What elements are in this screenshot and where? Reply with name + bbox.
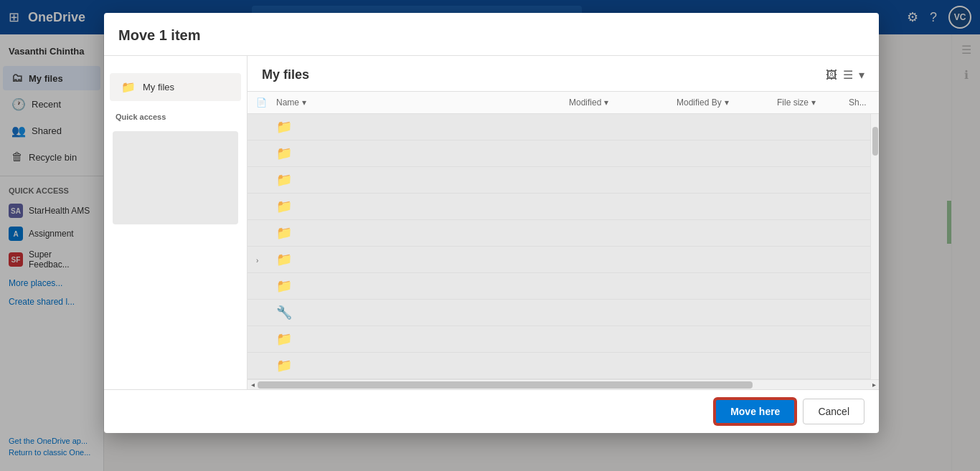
row-icon-7: 📁 [276,278,296,294]
header-modified-by-label: Modified By [677,97,722,108]
modal-right-panel: My files 🖼 ☰ ▾ 📄 Name ▾ [248,56,879,389]
row-icon-9: 📁 [276,331,296,347]
file-list-header: 📄 Name ▾ Modified ▾ Modified By ▾ [248,92,879,114]
row-check-6: › [256,253,276,266]
header-modified-by[interactable]: Modified By ▾ [677,97,777,108]
move-here-button[interactable]: Move here [715,399,796,424]
hscroll-left-arrow[interactable]: ◂ [248,380,258,389]
table-row[interactable]: 📁 [248,167,870,194]
header-file-size-label: File size [777,97,809,108]
row-icon-10: 📁 [276,358,296,374]
header-sharing: Sh... [849,97,870,108]
header-file-size-sort-icon: ▾ [811,97,816,108]
header-name-label: Name [276,97,299,108]
modal-quick-access-title: Quick access [104,104,247,125]
row-icon-3: 📁 [276,172,296,188]
hscroll-right-arrow[interactable]: ▸ [869,380,879,389]
folder-icon: 📁 [276,279,292,293]
view-toggle-icon[interactable]: 🖼 [826,69,837,82]
scroll-top-arrow [871,114,879,120]
row-icon-2: 📁 [276,146,296,161]
hscroll-track [258,380,869,389]
header-file-size[interactable]: File size ▾ [777,97,849,108]
header-name[interactable]: Name ▾ [276,97,569,108]
chevron-down-icon[interactable]: ▾ [859,68,864,82]
modal-title: Move 1 item [104,13,879,56]
folder-icon: 📁 [276,146,292,161]
modal-quick-access-placeholder [113,131,238,224]
row-icon-4: 📁 [276,199,296,214]
header-sharing-label: Sh... [849,97,867,108]
modal-left-panel: 📁 My files Quick access [104,56,248,389]
table-row[interactable]: 📁 [248,220,870,247]
row-icon-6: 📁 [276,252,296,267]
modal-layout: 📁 My files Quick access My files 🖼 ☰ ▾ [104,56,879,389]
file-icon-header: 📄 [256,97,267,108]
modal-nav-my-files[interactable]: 📁 My files [110,73,241,101]
table-row[interactable]: 📁 [248,353,870,379]
header-modified-sort-icon: ▾ [604,97,608,108]
vertical-scrollbar[interactable] [870,114,879,379]
header-modified-label: Modified [569,97,601,108]
file-list-body: 📁 📁 [248,114,870,379]
header-modified-by-sort-icon: ▾ [725,97,729,108]
special-folder-icon: 🔧 [276,305,292,320]
table-row[interactable]: 📁 [248,141,870,167]
modal-footer: Move here Cancel [104,389,879,433]
modal-right-title: My files [262,67,309,82]
table-row[interactable]: › 📁 [248,247,870,273]
table-row[interactable]: 📁 [248,194,870,220]
table-row[interactable]: 📁 [248,273,870,300]
table-row[interactable]: 📁 [248,114,870,141]
folder-icon: 📁 [276,252,292,267]
header-name-sort-icon: ▾ [302,97,306,108]
sort-icon[interactable]: ☰ [843,68,853,82]
table-row[interactable]: 🔧 [248,300,870,326]
modal-nav-my-files-label: My files [143,82,174,92]
modal-right-scroll-area: 📁 📁 [248,114,879,379]
folder-icon: 📁 [276,358,292,373]
expand-arrow-icon: › [256,257,258,265]
hscroll-thumb[interactable] [258,381,753,389]
modal-nav-my-files-icon: 📁 [121,80,136,94]
header-modified[interactable]: Modified ▾ [569,97,677,108]
horizontal-scrollbar[interactable]: ◂ ▸ [248,379,879,389]
row-icon-5: 📁 [276,225,296,241]
scroll-thumb[interactable] [872,127,878,156]
folder-icon: 📁 [276,120,292,134]
folder-icon: 📁 [276,173,292,187]
modal-overlay: Move 1 item 📁 My files Quick access My f… [0,0,980,471]
move-item-modal: Move 1 item 📁 My files Quick access My f… [104,13,879,433]
modal-right-header: My files 🖼 ☰ ▾ [248,56,879,92]
folder-icon: 📁 [276,226,292,240]
folder-icon: 📁 [276,199,292,214]
folder-icon: 📁 [276,332,292,346]
table-row[interactable]: 📁 [248,326,870,353]
header-check: 📄 [256,97,276,108]
modal-right-icons: 🖼 ☰ ▾ [826,68,864,82]
cancel-button[interactable]: Cancel [803,399,864,424]
row-icon-8: 🔧 [276,305,296,320]
row-icon-1: 📁 [276,119,296,135]
